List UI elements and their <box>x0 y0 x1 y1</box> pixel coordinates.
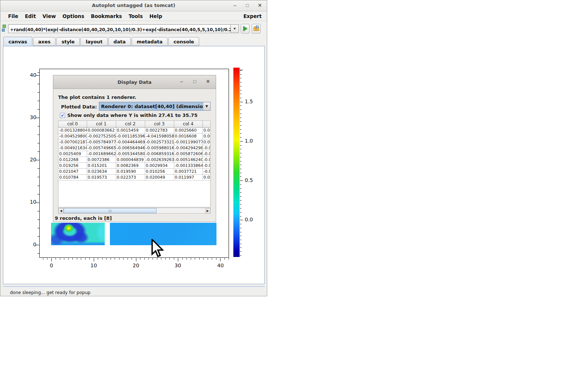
dialog-titlebar[interactable]: Display Data – □ ✕ <box>53 75 216 89</box>
cell[interactable]: 0.0025660 <box>174 127 202 133</box>
cell[interactable]: 0.0025409 <box>58 151 87 157</box>
cell[interactable]: 0.019256 <box>58 162 87 168</box>
dialog-maximize-icon[interactable]: □ <box>191 78 198 86</box>
table-row[interactable]: 0.0025409 -0.001689662... -0.005344580..… <box>58 151 211 157</box>
cell[interactable]: 0.015201 <box>87 162 116 168</box>
scrollbar-thumb[interactable] <box>64 208 157 213</box>
dialog-close-icon[interactable]: ✕ <box>205 78 211 86</box>
column-header[interactable]: col 3 <box>145 121 174 127</box>
cell[interactable]: 0.00 <box>202 133 211 139</box>
datasource-type-icon[interactable] <box>2 25 8 33</box>
maximize-icon[interactable]: □ <box>244 1 251 10</box>
menu-options[interactable]: Options <box>59 12 87 20</box>
cell[interactable]: -0.001333864... <box>174 162 202 168</box>
cell[interactable]: -0.005749665... <box>87 145 116 151</box>
cell[interactable]: -0.002639263... <box>145 157 174 162</box>
horizontal-scrollbar[interactable]: ◀ ▶ <box>58 208 211 214</box>
cell[interactable]: 0.022373 <box>116 174 145 180</box>
table-row[interactable]: 0.012268 0.0072386 0.000044839 -0.002639… <box>58 157 211 162</box>
cell[interactable]: 0.0015459 <box>116 127 145 133</box>
column-header[interactable] <box>202 121 211 127</box>
cell[interactable]: -0.002752505... <box>87 133 116 139</box>
cell[interactable]: -0.001185396... <box>116 133 145 139</box>
cell[interactable]: 0.019573 <box>87 174 116 180</box>
cell[interactable]: -0.006859316... <box>145 151 174 157</box>
plotted-data-combobox[interactable]: Renderer 0: dataset[40,40] (dimension...… <box>99 102 211 111</box>
go-plot-button[interactable] <box>241 24 250 33</box>
cell[interactable]: -0.001328804... <box>58 127 87 133</box>
cell[interactable]: -0.006564946... <box>116 145 145 151</box>
column-header[interactable]: col 1 <box>87 121 116 127</box>
plot-canvas[interactable]: 40 30 20 10 0 0 10 20 30 40 1.5 1.0 0.5 … <box>3 46 265 284</box>
menu-tools[interactable]: Tools <box>125 12 146 20</box>
cell[interactable]: 0.011997 <box>174 174 202 180</box>
filter-checkbox[interactable]: ✔ <box>60 113 65 118</box>
cell[interactable]: -0.005988016... <box>145 145 174 151</box>
column-header[interactable]: col 2 <box>116 121 145 127</box>
window-titlebar[interactable]: Autoplot untagged (as tomcat) – □ ✕ <box>0 0 267 11</box>
cell[interactable]: -0.001689662... <box>87 151 116 157</box>
cell[interactable]: 0.020049 <box>145 174 174 180</box>
cell[interactable]: 0.012268 <box>58 157 87 162</box>
cell[interactable]: 0.0016608 <box>174 133 202 139</box>
uri-dropdown-button[interactable]: ▼ <box>231 24 239 33</box>
cell[interactable]: 0.00 <box>202 127 211 133</box>
cell[interactable]: 0.019590 <box>116 168 145 174</box>
cell[interactable]: -0.007002187... <box>58 139 87 145</box>
table-row[interactable]: 0.010784 0.019573 0.022373 0.020049 0.01… <box>58 174 211 180</box>
cell[interactable]: -0.005784977... <box>87 139 116 145</box>
cell[interactable]: -0.005344580... <box>116 151 145 157</box>
uri-input[interactable]: +rand(40,40)*(exp(-distance(40,40,20,20,… <box>8 24 231 33</box>
cell[interactable]: -0.004921634... <box>58 145 87 151</box>
menu-file[interactable]: File <box>5 12 22 20</box>
menu-help[interactable]: Help <box>146 12 166 20</box>
cell[interactable]: 0.000083662 <box>87 127 116 133</box>
tab-data[interactable]: data <box>108 37 131 46</box>
cell[interactable]: -0.001199077... <box>174 139 202 145</box>
tab-axes[interactable]: axes <box>33 37 56 46</box>
cell[interactable]: -0.0 <box>202 151 211 157</box>
cell[interactable]: -0.002573321... <box>145 139 174 145</box>
table-row[interactable]: -0.007002187... -0.005784977... -0.00446… <box>58 139 211 145</box>
cell[interactable]: 0.00 <box>202 139 211 145</box>
cell[interactable]: -0.0 <box>202 157 211 162</box>
table-row[interactable]: -0.001328804... 0.000083662 0.0015459 0.… <box>58 127 211 133</box>
cell[interactable]: 0.023634 <box>87 168 116 174</box>
cell[interactable]: 0.0072386 <box>87 157 116 162</box>
scroll-right-icon[interactable]: ▶ <box>205 208 210 213</box>
cell[interactable]: -0.004464469... <box>116 139 145 145</box>
cell[interactable]: 0.0037721 <box>174 168 202 174</box>
cell[interactable]: -0.0 <box>202 145 211 151</box>
scroll-left-icon[interactable]: ◀ <box>58 208 64 213</box>
column-header[interactable]: col 0 <box>58 121 87 127</box>
cell[interactable]: 0.021047 <box>58 168 87 174</box>
cell[interactable]: 0.010784 <box>58 174 87 180</box>
cell[interactable]: -4.041598058... <box>145 133 174 139</box>
cell[interactable]: 0.010256 <box>145 168 174 174</box>
inspect-uri-button[interactable] <box>252 24 261 33</box>
expert-menu[interactable]: Expert <box>243 12 262 20</box>
cell[interactable]: -0.004529800... <box>58 133 87 139</box>
cell[interactable]: -0.0 <box>202 162 211 168</box>
cell[interactable]: -0.005146240... <box>174 157 202 162</box>
table-row[interactable]: -0.004921634... -0.005749665... -0.00656… <box>58 145 211 151</box>
cell[interactable]: 0.0082369 <box>116 162 145 168</box>
spectrogram-left-fragment[interactable] <box>51 223 105 245</box>
tab-style[interactable]: style <box>56 37 80 46</box>
menu-view[interactable]: View <box>39 12 59 20</box>
table-row[interactable]: -0.004529800... -0.002752505... -0.00118… <box>58 133 211 139</box>
menu-bookmarks[interactable]: Bookmarks <box>87 12 125 20</box>
tab-metadata[interactable]: metadata <box>132 37 168 46</box>
cell[interactable]: 0.0022783 <box>145 127 174 133</box>
cell[interactable]: -0.0 <box>202 168 211 174</box>
cell[interactable]: -0.005872606... <box>174 151 202 157</box>
column-header[interactable]: col 4 <box>174 121 202 127</box>
table-row[interactable]: 0.019256 0.015201 0.0082369 0.0029934 -0… <box>58 162 211 168</box>
menu-edit[interactable]: Edit <box>22 12 39 20</box>
dialog-minimize-icon[interactable]: – <box>178 78 185 86</box>
cell[interactable]: 0.000044839 <box>116 157 145 162</box>
cell[interactable]: -0.004294298... <box>174 145 202 151</box>
close-icon[interactable]: ✕ <box>257 1 263 10</box>
tab-console[interactable]: console <box>168 37 199 46</box>
data-table-container[interactable]: col 0 col 1 col 2 col 3 col 4 -0.0013288… <box>58 121 211 207</box>
